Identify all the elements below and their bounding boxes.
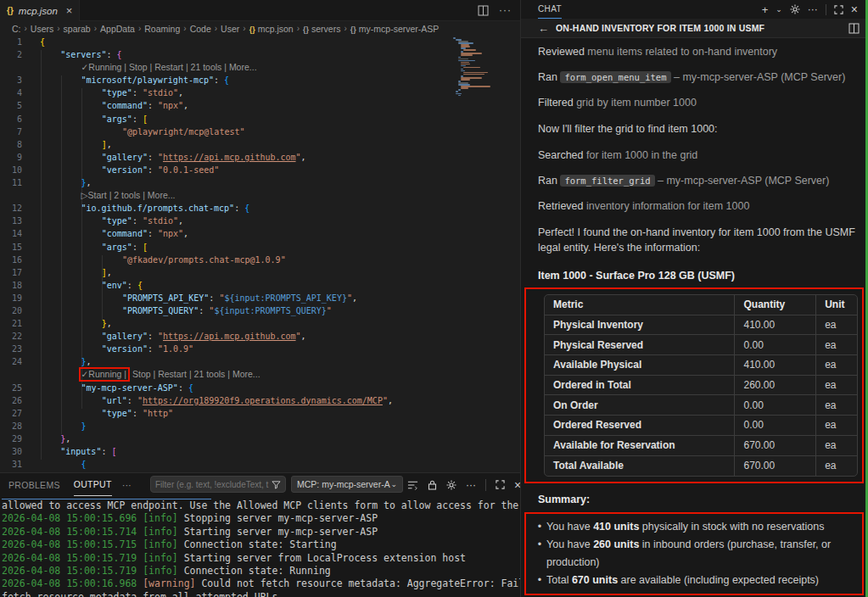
line-number: 2 — [0, 48, 22, 61]
code-text: "inputs": [ — [60, 445, 116, 458]
unit-cell: ea — [816, 436, 857, 456]
code-token: "env" — [102, 281, 127, 290]
code-token: { — [81, 460, 87, 469]
breadcrumb-separator: › — [94, 24, 97, 33]
close-chat-icon[interactable]: × — [851, 3, 858, 16]
breadcrumb[interactable]: C:›Users›sparab›AppData›Roaming›Code›Use… — [0, 21, 520, 36]
code-token: , — [301, 332, 306, 341]
line-number: 16 — [0, 254, 22, 266]
log-timestamp: 2026-04-08 15:00:15.714 — [2, 526, 143, 538]
maximize-panel-icon[interactable] — [496, 480, 505, 489]
output-filter[interactable] — [150, 476, 286, 493]
panel-more-actions-icon[interactable]: ··· — [466, 479, 476, 491]
code-line: 13"type": "stdio", — [0, 215, 520, 227]
tool-name-chip[interactable]: form_filter_grid — [560, 175, 654, 187]
chevron-down-icon: ⌄ — [390, 480, 397, 488]
bullet-segment: physically in stock with no reservations — [639, 521, 824, 533]
chevron-down-icon[interactable]: ⌄ — [776, 5, 782, 14]
log-timestamp: 2026-04-08 15:00:15.715 — [2, 538, 143, 550]
code-text: { — [40, 36, 45, 48]
code-token: , — [352, 293, 357, 303]
log-line: 2026-04-08 15:00:15.719 [info] Connectio… — [0, 565, 520, 577]
progress-detail: for item 1000 in the grid — [584, 149, 698, 161]
code-line: 29}, — [0, 432, 520, 445]
code-token: " — [327, 306, 332, 315]
code-token: : — [132, 243, 143, 252]
code-line: 15"args": [ — [0, 241, 520, 254]
code-editor[interactable]: 1{2"servers": {✓Running | Stop | Restart… — [0, 36, 520, 472]
back-arrow-icon[interactable]: ← — [538, 22, 549, 35]
code-link[interactable]: https://org189920f9.operations.dynamics.… — [143, 396, 383, 405]
tool-server-detail: – my-mcp-server-ASP (MCP Server) — [655, 175, 830, 187]
line-number: 8 — [0, 138, 22, 151]
log-line: fetch resource metadata from all attempt… — [0, 591, 520, 597]
bullet-segment: 260 units — [593, 538, 639, 550]
breadcrumb-item[interactable]: Code — [190, 24, 211, 34]
minimap-line — [461, 87, 468, 89]
codelens-text[interactable]: Stop | Restart | 21 tools | More... — [130, 369, 260, 379]
panel-more-tabs-icon[interactable]: ··· — [122, 480, 132, 490]
annotation-rect-running[interactable]: ✓Running | — [79, 367, 131, 382]
new-chat-icon[interactable]: + — [762, 3, 769, 16]
breadcrumb-item[interactable]: AppData — [100, 24, 135, 34]
gear-icon[interactable] — [790, 4, 800, 14]
open-chat-in-editor-icon[interactable] — [848, 23, 860, 34]
breadcrumb-separator: › — [344, 24, 346, 33]
metric-cell: Ordered Reserved — [545, 416, 735, 436]
breadcrumb-item[interactable]: {}mcp.json — [249, 24, 294, 34]
chat-messages[interactable]: Reviewed menu items related to on-hand i… — [521, 38, 868, 597]
quantity-cell: 260.00 — [735, 376, 816, 396]
lock-autoscroll-icon[interactable] — [428, 480, 437, 490]
chat-more-actions-icon[interactable]: ··· — [808, 3, 818, 15]
tab-title: mcp.json — [19, 6, 58, 16]
codelens-actions[interactable]: ▷Start | 2 tools | More... — [81, 189, 176, 202]
code-token: { — [116, 50, 121, 59]
gear-icon[interactable] — [446, 480, 456, 490]
breadcrumb-label: mcp.json — [258, 24, 294, 34]
close-tab-icon[interactable]: × — [66, 4, 73, 17]
breadcrumb-item[interactable]: C: — [12, 24, 21, 34]
code-token: , — [388, 396, 393, 405]
output-filter-input[interactable] — [155, 480, 269, 489]
metric-cell: Physical Reserved — [545, 335, 735, 355]
output-channel-select[interactable]: MCP: my-mcp-server-A ⌄ — [291, 476, 403, 493]
codelens-text[interactable]: ✓Running | Stop | Restart | 21 tools | M… — [81, 62, 257, 72]
codelens-text[interactable]: ▷Start | 2 tools | More... — [81, 190, 176, 200]
breadcrumb-item[interactable]: sparab — [64, 24, 91, 34]
unit-cell: ea — [816, 416, 857, 436]
chat-panel-header: CHAT + ⌄ ··· × — [521, 0, 868, 19]
quantity-cell: 0.00 — [735, 395, 816, 416]
tab-mcp-json[interactable]: {} mcp.json × — [0, 0, 80, 21]
codelens-actions[interactable]: ✓Running | Stop | Restart | 21 tools | M… — [81, 61, 257, 74]
breadcrumb-item[interactable]: {}my-mcp-server-ASP — [350, 24, 440, 34]
code-token: "microsoft/playwright-mcp" — [81, 75, 215, 85]
chat-tool-message: Ran form_filter_grid – my-mcp-server-ASP… — [538, 174, 858, 187]
code-link[interactable]: https://api.mcp.github.com — [163, 332, 296, 341]
braces-gray-icon: {} — [303, 25, 309, 34]
breadcrumb-item[interactable]: User — [221, 24, 239, 34]
breadcrumb-label: AppData — [100, 24, 135, 34]
minimap[interactable] — [451, 37, 501, 139]
word-wrap-icon[interactable] — [407, 480, 418, 490]
code-token: : — [132, 409, 143, 418]
tool-name-chip[interactable]: form_open_menu_item — [560, 71, 670, 83]
quantity-cell: 0.00 — [735, 335, 816, 355]
code-text: "type": "http" — [102, 407, 173, 420]
maximize-chat-icon[interactable] — [834, 5, 843, 14]
breadcrumb-item[interactable]: Roaming — [144, 24, 180, 34]
braces-gray-icon: {} — [350, 25, 356, 34]
breadcrumb-item[interactable]: {}servers — [303, 24, 340, 34]
vscode-window: {} mcp.json × ··· C:›Users›sparab›AppDat… — [0, 0, 868, 597]
tab-problems[interactable]: PROBLEMS — [8, 473, 60, 496]
code-link[interactable]: https://api.mcp.github.com — [163, 153, 296, 162]
editor-more-actions-icon[interactable]: ··· — [499, 4, 512, 16]
split-editor-icon[interactable] — [478, 5, 489, 16]
divider — [826, 4, 826, 15]
output-log[interactable]: allowed to access MCP endpoint. Use the … — [0, 497, 520, 597]
breadcrumb-item[interactable]: Users — [31, 24, 53, 34]
tab-output[interactable]: OUTPUT — [74, 473, 112, 496]
codelens-actions[interactable]: ✓Running | Stop | Restart | 21 tools | M… — [81, 368, 260, 381]
code-text: ], — [102, 266, 112, 279]
code-token: "command" — [102, 229, 148, 238]
chat-tab[interactable]: CHAT — [538, 0, 562, 19]
